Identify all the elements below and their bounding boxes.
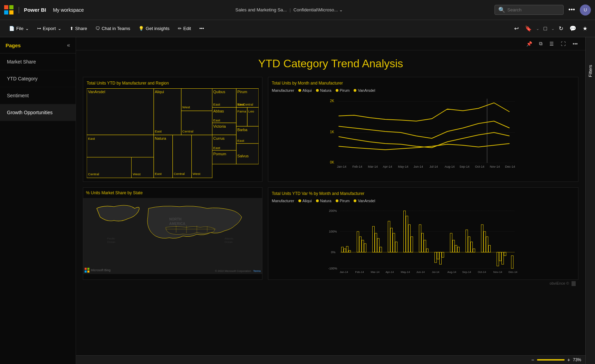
file-button[interactable]: 📄 File ⌄	[6, 24, 32, 33]
more-options-button[interactable]: •••	[566, 5, 577, 15]
zoom-in-button[interactable]: +	[567, 357, 570, 363]
filters-label[interactable]: Filters	[588, 65, 593, 77]
svg-text:Central: Central	[88, 172, 99, 176]
undo-button[interactable]: ↩	[512, 23, 521, 34]
search-box[interactable]: 🔍	[495, 5, 564, 15]
bar-chart-section: Total Units YTD Var % by Month and Manuf…	[268, 187, 578, 280]
map-bg[interactable]: NORTH AMERICA Pacific Ocean Atlantic Oce…	[83, 198, 262, 274]
sidebar-item-label: Market Share	[7, 59, 36, 65]
sidebar-item-market-share[interactable]: Market Share	[0, 53, 76, 70]
frame-button[interactable]: □	[541, 23, 549, 34]
get-insights-button[interactable]: 💡 Get insights	[135, 24, 173, 33]
legend-dot-aliqui	[298, 89, 301, 92]
zoom-out-button[interactable]: −	[531, 357, 534, 363]
bar-legend-manufacturer-label: Manufacturer	[272, 199, 294, 203]
line-chart-legend: Manufacturer Aliqui Natura Pirum	[272, 88, 575, 92]
filter-visual-button[interactable]: ☰	[547, 39, 556, 48]
bottom-bar: − + 73%	[76, 355, 585, 364]
svg-text:Oct-14: Oct-14	[478, 270, 487, 274]
svg-rect-127	[489, 245, 491, 252]
zoom-slider[interactable]	[537, 359, 565, 361]
share-button[interactable]: ⬆ Share	[66, 24, 91, 33]
copy-visual-button[interactable]: ⧉	[537, 39, 545, 48]
legend-item-aliqui: Aliqui	[298, 88, 312, 92]
map-svg: NORTH AMERICA Pacific Ocean Atlantic Oce…	[83, 198, 262, 274]
toolbar-more-button[interactable]: •••	[196, 24, 208, 33]
sidebar-item-label: YTD Category	[7, 76, 38, 81]
svg-text:100%: 100%	[329, 230, 337, 233]
top-right-controls: 🔍 ••• U	[495, 4, 591, 16]
bar-chart-legend: Manufacturer Aliqui Natura Pirum	[272, 199, 575, 203]
svg-text:0%: 0%	[331, 250, 336, 254]
svg-rect-102	[393, 233, 395, 252]
svg-rect-125	[484, 232, 486, 252]
svg-rect-115	[442, 252, 444, 257]
pin-button[interactable]: 📌	[524, 39, 534, 48]
svg-text:1K: 1K	[330, 130, 335, 134]
svg-text:Dec-14: Dec-14	[509, 270, 518, 274]
filters-panel: Filters	[585, 37, 595, 364]
bottom-grid: % Units Market Share by State	[83, 187, 578, 280]
svg-rect-2	[87, 135, 154, 157]
svg-text:-100%: -100%	[328, 267, 337, 270]
sidebar-item-label: Sentiment	[7, 93, 29, 98]
chat-in-teams-button[interactable]: 🗨 Chat in Teams	[92, 24, 134, 33]
svg-rect-88	[342, 247, 344, 252]
line-chart-section: Total Units by Month and Manufacturer Ma…	[268, 77, 578, 182]
svg-text:Jun-14: Jun-14	[414, 165, 423, 168]
export-icon: ↦	[37, 26, 41, 31]
sidebar-item-sentiment[interactable]: Sentiment	[0, 87, 76, 104]
bar-legend-item-vanarsdel: VanArsdel	[354, 199, 375, 203]
svg-rect-106	[409, 225, 411, 252]
ms-logo-yellow	[9, 10, 13, 14]
svg-text:Ocean: Ocean	[224, 240, 233, 244]
svg-text:East: East	[88, 137, 95, 140]
bar-chart-svg: 200% 100% 0% -100%	[272, 206, 575, 275]
svg-rect-126	[486, 237, 488, 252]
favorite-button[interactable]: ★	[580, 23, 589, 34]
sidebar-collapse-button[interactable]: «	[67, 42, 70, 48]
visual-more-button[interactable]: •••	[570, 39, 580, 48]
svg-rect-95	[364, 244, 366, 252]
svg-rect-93	[359, 237, 362, 252]
legend-label-aliqui: Aliqui	[303, 88, 312, 92]
fullscreen-button[interactable]: ⛶	[559, 39, 568, 48]
svg-rect-112	[435, 252, 437, 263]
svg-text:200%: 200%	[329, 209, 337, 213]
report-controls-top: 📌 ⧉ ☰ ⛶ •••	[76, 37, 585, 50]
workspace-label[interactable]: My workspace	[53, 7, 84, 13]
comment-button[interactable]: 💬	[567, 23, 578, 34]
treemap-container[interactable]: VanArsdel East Central West Natura East	[87, 88, 259, 178]
bing-logo	[85, 268, 89, 273]
terms-link[interactable]: Terms	[253, 269, 261, 273]
bar-legend-dot-natura	[316, 199, 319, 202]
svg-text:Pacific: Pacific	[107, 237, 115, 240]
search-input[interactable]	[507, 7, 556, 12]
refresh-button[interactable]: ↻	[557, 23, 565, 34]
insights-icon: 💡	[138, 26, 144, 31]
svg-text:Pirum: Pirum	[237, 90, 247, 94]
export-button[interactable]: ↦ Export ⌄	[34, 24, 65, 33]
search-icon: 🔍	[498, 7, 505, 13]
svg-text:Central: Central	[174, 172, 185, 176]
svg-text:West: West	[182, 105, 190, 109]
report-breadcrumb: Sales and Marketing Sa... | Confidential…	[87, 7, 492, 12]
chevron-down-icon: ⌄	[339, 7, 343, 12]
svg-text:AMERICA: AMERICA	[169, 222, 185, 226]
power-bi-brand: Power BI	[24, 7, 46, 13]
sidebar-item-growth-opportunities[interactable]: Growth Opportunities	[0, 104, 76, 121]
avatar[interactable]: U	[580, 4, 591, 16]
svg-rect-103	[395, 242, 397, 252]
toolbar-right: ↩ 🔖 ⌄ □ ⌄ ↻ 💬 ★	[512, 23, 589, 34]
svg-text:Victoria: Victoria	[213, 124, 226, 128]
confidential-label[interactable]: Confidential\Microso... ⌄	[294, 7, 343, 12]
svg-rect-132	[511, 256, 514, 268]
edit-button[interactable]: ✏ Edit	[174, 24, 194, 33]
bookmark-chevron-icon: ⌄	[536, 26, 539, 31]
sidebar-item-ytd-category[interactable]: YTD Category	[0, 70, 76, 87]
bookmark-button[interactable]: 🔖	[523, 23, 534, 34]
svg-text:Jul-14: Jul-14	[432, 270, 440, 274]
svg-text:East: East	[213, 118, 220, 122]
svg-rect-97	[375, 233, 377, 252]
svg-rect-110	[424, 240, 426, 252]
